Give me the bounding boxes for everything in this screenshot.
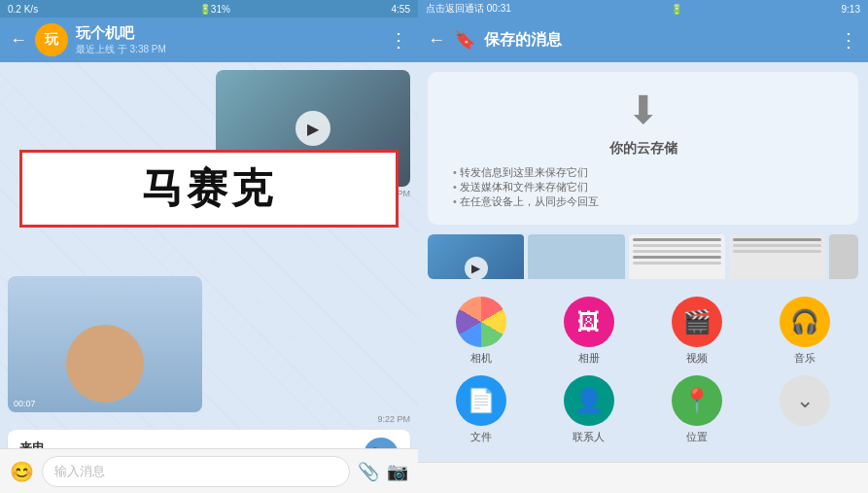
media-item-album[interactable]: 🖼 相册 [539, 297, 638, 366]
status-time-left: 4:55 [392, 4, 410, 15]
back-button-right[interactable]: ← [428, 30, 445, 51]
cloud-list-item-2: 发送媒体和文件来存储它们 [453, 180, 833, 194]
media-item-music[interactable]: 🎧 音乐 [756, 297, 854, 366]
face-shape [66, 325, 144, 403]
incoming-call-1: 来电 ✓ 9:26 PM, 26 秒 📞 [8, 430, 410, 448]
saved-messages-content: ⬇ 你的云存储 转发信息到这里来保存它们 发送媒体和文件来存储它们 在任意设备上… [418, 62, 868, 462]
cloud-download-icon: ⬇ [443, 88, 843, 132]
camera-button[interactable]: 📷 [387, 461, 408, 482]
message-input[interactable]: 输入消息 [42, 456, 350, 487]
thumbnail-row: ▶ [428, 234, 858, 279]
video-icon: 🎬 [672, 297, 722, 347]
bookmark-icon: 🔖 [453, 28, 476, 52]
call-info-1: 来电 ✓ 9:26 PM, 26 秒 [19, 440, 97, 448]
media-item-location[interactable]: 📍 位置 [648, 375, 746, 444]
mosaic-overlay: 马赛克 [19, 150, 399, 228]
mosaic-text: 马赛克 [142, 161, 276, 216]
chat-header: ← 玩 玩个机吧 最近上线 于 3:38 PM ⋮ [0, 18, 418, 62]
album-icon: 🖼 [564, 297, 614, 347]
doc-line [733, 238, 821, 241]
status-bar-right: 点击返回通话 00:31 🔋 9:13 [418, 0, 868, 18]
doc-lines [629, 234, 725, 271]
status-time-right: 9:13 [842, 4, 860, 15]
emoji-button[interactable]: 😊 [10, 460, 34, 483]
photo-bubble[interactable]: 00:07 [8, 276, 202, 412]
chat-avatar: 玩 [35, 23, 68, 56]
doc-line [633, 256, 721, 259]
cloud-list-item-3: 在任意设备上，从同步今回互 [453, 194, 833, 209]
call-title-1: 来电 [19, 440, 97, 448]
camera-pie-icon [456, 297, 506, 347]
file-label: 文件 [470, 430, 492, 444]
status-call-label[interactable]: 点击返回通话 00:31 [426, 2, 511, 16]
contact-label: 联系人 [573, 430, 605, 444]
more-icon: ⌄ [780, 375, 830, 426]
chat-subtitle: 最近上线 于 3:38 PM [76, 43, 381, 56]
media-item-file[interactable]: 📄 文件 [432, 375, 530, 444]
right-panel: 点击返回通话 00:31 🔋 9:13 ← 🔖 保存的消息 ⋮ ⬇ 你的云存储 … [418, 0, 868, 493]
doc-line [633, 244, 721, 247]
right-bottom-bar [418, 462, 868, 493]
music-icon: 🎧 [780, 297, 830, 347]
saved-messages-title: 保存的消息 [484, 30, 831, 51]
status-icons-right: 🔋 [671, 4, 682, 15]
media-item-contact[interactable]: 👤 联系人 [539, 375, 638, 444]
album-label: 相册 [578, 351, 600, 366]
photo-timestamp: 9:22 PM [377, 414, 410, 424]
video-label: 视频 [686, 351, 708, 366]
doc-line [633, 238, 721, 241]
camera-label: 相机 [470, 351, 492, 366]
photo-message: 00:07 9:22 PM [8, 276, 410, 424]
doc-line [733, 244, 821, 247]
call-button-1[interactable]: 📞 [364, 438, 399, 448]
chat-title-group: 玩个机吧 最近上线 于 3:38 PM [76, 24, 381, 56]
thumb-doc-2[interactable] [729, 234, 825, 279]
thumb-image-1[interactable] [528, 234, 624, 279]
file-icon: 📄 [456, 375, 506, 426]
photo-duration: 00:07 [14, 399, 36, 408]
thumb-doc-1[interactable] [629, 234, 725, 279]
play-button[interactable]: ▶ [295, 111, 330, 146]
media-item-camera[interactable]: 相机 [432, 297, 530, 366]
avatar-label: 玩 [45, 31, 58, 49]
doc-line [733, 250, 821, 253]
media-item-video[interactable]: 🎬 视频 [648, 297, 746, 366]
status-icons-left: 🔋31% [199, 4, 230, 15]
cloud-list-item-1: 转发信息到这里来保存它们 [453, 165, 833, 180]
chat-area: 马赛克 ▶ 00:09 9:22 PM 00:07 9:22 PM 来电 ✓ [0, 62, 418, 448]
more-button-right[interactable]: ⋮ [839, 28, 858, 52]
left-panel: 0.2 K/s 🔋31% 4:55 ← 玩 玩个机吧 最近上线 于 3:38 P… [0, 0, 418, 493]
cloud-storage-card: ⬇ 你的云存储 转发信息到这里来保存它们 发送媒体和文件来存储它们 在任意设备上… [428, 72, 858, 225]
input-placeholder: 输入消息 [54, 464, 105, 478]
status-bar-left: 0.2 K/s 🔋31% 4:55 [0, 0, 418, 18]
more-button-left[interactable]: ⋮ [389, 28, 408, 52]
thumb-video[interactable]: ▶ [428, 234, 524, 279]
thumb-play-icon[interactable]: ▶ [465, 257, 488, 279]
thumb-image-2[interactable] [829, 234, 858, 279]
contact-icon: 👤 [564, 375, 614, 426]
media-item-more[interactable]: ⌄ [756, 375, 854, 444]
attach-button[interactable]: 📎 [358, 461, 379, 482]
doc-lines-2 [729, 234, 825, 260]
doc-line [633, 250, 721, 253]
location-label: 位置 [686, 430, 708, 444]
back-button[interactable]: ← [10, 30, 27, 51]
doc-line [633, 262, 721, 264]
location-icon: 📍 [672, 375, 722, 426]
music-label: 音乐 [794, 351, 816, 366]
cloud-title: 你的云存储 [443, 140, 843, 158]
input-bar: 😊 输入消息 📎 📷 [0, 448, 418, 493]
saved-messages-header: ← 🔖 保存的消息 ⋮ [418, 18, 868, 62]
chat-title: 玩个机吧 [76, 24, 381, 43]
cloud-list: 转发信息到这里来保存它们 发送媒体和文件来存储它们 在任意设备上，从同步今回互 [443, 165, 843, 209]
media-grid: 相机 🖼 相册 🎬 视频 🎧 音乐 📄 文件 [428, 289, 858, 452]
status-speed: 0.2 K/s [8, 4, 38, 15]
